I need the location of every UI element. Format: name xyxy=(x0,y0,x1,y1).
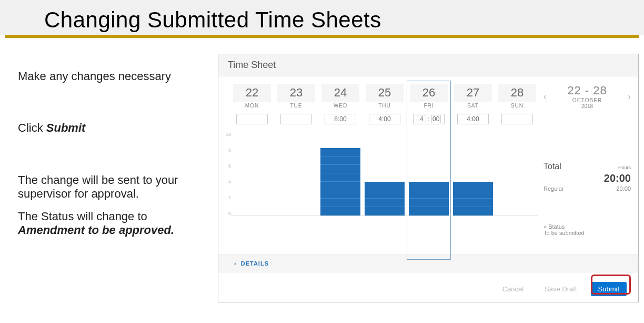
y-tick: 10 xyxy=(224,132,231,137)
y-tick: 0 xyxy=(224,211,231,216)
regular-hours: 20:00 xyxy=(616,185,631,192)
bar-slot xyxy=(319,148,361,216)
y-tick: 4 xyxy=(224,179,231,184)
regular-label: Regular xyxy=(544,185,564,192)
week-prev-button[interactable]: ‹ xyxy=(544,91,547,102)
bar-slot xyxy=(452,182,494,216)
day-column[interactable]: 25THU4:00 xyxy=(364,84,406,124)
instruction-line-3: The change will be sent to your supervis… xyxy=(18,173,213,201)
cancel-button[interactable]: Cancel xyxy=(495,282,531,296)
bar xyxy=(365,182,405,216)
day-column[interactable]: 26FRI4:00 xyxy=(408,84,450,124)
hours-input[interactable]: 8:00 xyxy=(325,114,356,124)
chevron-right-icon: › xyxy=(234,260,237,267)
hours-input[interactable]: 4:00 xyxy=(413,114,445,124)
day-name: MON xyxy=(231,103,273,109)
week-range: 22 - 28 OCTOBER 2018 xyxy=(567,84,607,109)
status-marker-icon: » xyxy=(544,223,547,230)
day-number: 23 xyxy=(277,84,315,102)
hours-input[interactable] xyxy=(501,114,533,124)
instruction-line-4: The Status will change to Amendment to b… xyxy=(18,210,213,238)
y-tick: 8 xyxy=(224,148,231,153)
day-name: SAT xyxy=(452,103,494,109)
bar xyxy=(453,182,493,216)
day-column[interactable]: 24WED8:00 xyxy=(319,84,361,124)
hours-input[interactable] xyxy=(280,114,312,124)
day-name: SUN xyxy=(496,103,538,109)
status-label: Status xyxy=(548,223,565,230)
instruction-line-2: Click Submit xyxy=(18,121,213,135)
submit-button[interactable]: Submit xyxy=(591,282,627,296)
timesheet-app: Time Sheet 22MON23TUE24WED8:0025THU4:002… xyxy=(218,54,639,302)
hours-input[interactable] xyxy=(236,114,268,124)
day-number: 28 xyxy=(498,84,536,102)
total-label: Total xyxy=(544,162,561,171)
day-column[interactable]: 22MON xyxy=(231,84,273,124)
save-draft-button[interactable]: Save Draft xyxy=(537,282,584,296)
app-title: Time Sheet xyxy=(218,54,638,76)
bar-slot xyxy=(408,182,450,216)
day-name: WED xyxy=(319,103,361,109)
status-value: To be submitted xyxy=(544,230,585,236)
details-toggle[interactable]: › DETAILS xyxy=(218,255,638,272)
hours-chart: 1086420 xyxy=(224,132,538,227)
total-hours: 20:00 xyxy=(604,172,631,184)
day-number: 22 xyxy=(233,84,271,102)
bar xyxy=(409,182,449,216)
day-column[interactable]: 27SAT4:00 xyxy=(452,84,494,124)
instruction-line-1: Make any changes necessary xyxy=(18,70,213,83)
day-column[interactable]: 28SUN xyxy=(496,84,538,124)
y-tick: 2 xyxy=(224,195,231,200)
hours-label: Hours xyxy=(618,165,631,170)
day-name: THU xyxy=(364,103,406,109)
week-next-button[interactable]: › xyxy=(628,91,631,102)
bar-slot xyxy=(364,182,406,216)
instructions: Make any changes necessary Click Submit … xyxy=(18,54,213,302)
hours-input[interactable]: 4:00 xyxy=(369,114,400,124)
slide-title: Changing Submitted Time Sheets xyxy=(44,7,644,33)
day-number: 27 xyxy=(454,84,492,102)
day-number: 25 xyxy=(366,84,404,102)
y-tick: 6 xyxy=(224,163,231,169)
day-name: FRI xyxy=(408,103,450,109)
bar xyxy=(320,148,360,216)
day-number: 24 xyxy=(321,84,359,102)
hours-input[interactable]: 4:00 xyxy=(457,114,489,124)
day-name: TUE xyxy=(275,103,317,109)
day-column[interactable]: 23TUE xyxy=(275,84,317,124)
day-number: 26 xyxy=(410,84,448,102)
